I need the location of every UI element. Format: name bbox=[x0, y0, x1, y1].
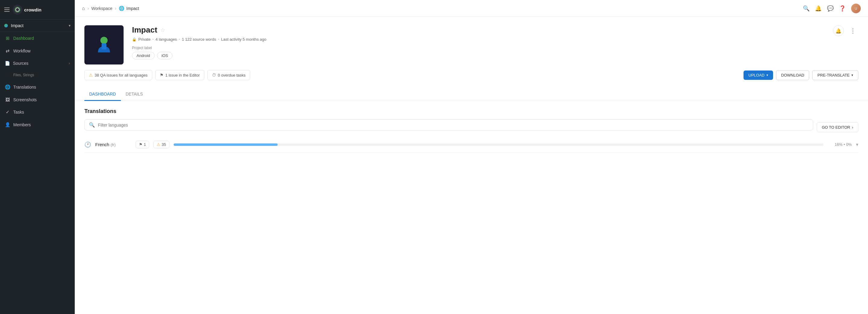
upload-arrow-icon: ▾ bbox=[767, 73, 768, 77]
project-bell-button[interactable]: 🔔 bbox=[833, 25, 844, 36]
project-meta: 🔒 Private • 4 languages • 1 122 source w… bbox=[132, 37, 825, 41]
project-title: Impact bbox=[132, 25, 157, 35]
qa-issues-button[interactable]: ⚠ 38 QA issues for all languages bbox=[84, 70, 152, 80]
translations-icon: 🌐 bbox=[5, 84, 10, 90]
sources-arrow-icon: › bbox=[69, 61, 70, 65]
sidebar-item-members[interactable]: 👤 Members bbox=[0, 119, 75, 131]
warning-icon: ⚠ bbox=[89, 73, 93, 77]
language-expand-icon[interactable]: ▾ bbox=[856, 142, 858, 147]
go-to-editor-label: GO TO EDITOR bbox=[822, 125, 850, 130]
screenshots-icon: 🖼 bbox=[5, 97, 10, 102]
language-progress-bar bbox=[174, 144, 824, 146]
sidebar-nav: ⊞ Dashboard ⇄ Workflow 📄 Sources › Files… bbox=[0, 32, 75, 131]
help-icon[interactable]: ❓ bbox=[839, 5, 846, 12]
language-progress-text: 16% • 0% bbox=[828, 142, 852, 147]
sidebar-item-label: Tasks bbox=[13, 110, 24, 115]
pretranslate-label: PRE-TRANSLATE bbox=[817, 73, 849, 77]
go-to-editor-button[interactable]: GO TO EDITOR › bbox=[817, 122, 858, 132]
star-icon[interactable]: ☆ bbox=[160, 27, 165, 33]
project-label-section: Project label Android iOS bbox=[132, 46, 825, 59]
sidebar-item-label: Translations bbox=[13, 85, 36, 90]
sidebar-item-label: Dashboard bbox=[13, 36, 34, 41]
language-progress-fill bbox=[174, 144, 278, 146]
sidebar-item-dashboard[interactable]: ⊞ Dashboard bbox=[0, 32, 75, 44]
project-header: Impact ☆ 🔒 Private • 4 languages • 1 122… bbox=[75, 17, 868, 64]
chat-icon[interactable]: 💬 bbox=[827, 5, 834, 12]
svg-point-1 bbox=[100, 37, 107, 44]
sidebar-project-name: Impact bbox=[11, 23, 24, 28]
language-flag-badge[interactable]: ⚑ 1 bbox=[135, 141, 149, 148]
upload-button[interactable]: UPLOAD ▾ bbox=[744, 70, 773, 80]
svg-point-0 bbox=[13, 5, 22, 14]
project-label-title: Project label bbox=[132, 46, 825, 50]
project-color-dot bbox=[4, 24, 8, 27]
sidebar-item-sources[interactable]: 📄 Sources › bbox=[0, 57, 75, 69]
dashboard-icon: ⊞ bbox=[5, 36, 10, 41]
sidebar-item-workflow[interactable]: ⇄ Workflow bbox=[0, 44, 75, 57]
tasks-icon: ✓ bbox=[5, 109, 10, 115]
upload-label: UPLOAD bbox=[748, 73, 764, 77]
language-name[interactable]: French (fr) bbox=[95, 142, 131, 147]
filter-bar: 🔍 bbox=[84, 119, 813, 130]
sidebar-header: crowdin bbox=[0, 0, 75, 20]
project-actions: ⚠ 38 QA issues for all languages ⚑ 1 iss… bbox=[75, 70, 868, 86]
tab-details[interactable]: DETAILS bbox=[121, 88, 148, 101]
go-to-editor-arrow-icon: › bbox=[852, 125, 853, 130]
pretranslate-button[interactable]: PRE-TRANSLATE ▾ bbox=[812, 70, 858, 80]
sidebar-item-label: Sources bbox=[13, 61, 28, 66]
project-logo bbox=[84, 25, 124, 64]
sources-sub-label: Files, Strings bbox=[13, 73, 34, 77]
main-content: ⌂ › Workspace › 🌐 Impact 🔍 🔔 💬 ❓ U bbox=[75, 0, 868, 314]
translations-section-title: Translations bbox=[84, 108, 858, 115]
project-selector[interactable]: Impact ▾ bbox=[0, 20, 75, 32]
project-header-right: 🔔 ⋮ bbox=[833, 25, 858, 36]
warning-badge-count: 35 bbox=[161, 142, 166, 147]
workspace-link[interactable]: Workspace bbox=[91, 6, 113, 11]
editor-issue-button[interactable]: ⚑ 1 issue in the Editor bbox=[155, 70, 204, 80]
sidebar-item-sources-sub: Files, Strings bbox=[0, 69, 75, 81]
project-source-words: 1 122 source words bbox=[182, 37, 216, 41]
crowdin-logo: crowdin bbox=[13, 5, 41, 14]
sidebar-item-label: Members bbox=[13, 122, 31, 127]
search-icon[interactable]: 🔍 bbox=[803, 5, 809, 12]
language-code: (fr) bbox=[111, 143, 116, 147]
filter-languages-input[interactable] bbox=[98, 123, 809, 127]
language-clock-icon: 🕐 bbox=[84, 141, 91, 148]
tag-ios: iOS bbox=[157, 52, 173, 59]
chevron-down-icon: ▾ bbox=[69, 24, 70, 28]
download-button[interactable]: DOWNLOAD bbox=[776, 70, 809, 80]
tab-dashboard[interactable]: DASHBOARD bbox=[84, 88, 121, 101]
workflow-icon: ⇄ bbox=[5, 48, 10, 54]
topbar-right: 🔍 🔔 💬 ❓ U bbox=[803, 4, 861, 13]
breadcrumb-sep-1: › bbox=[87, 6, 89, 11]
pretranslate-arrow-icon: ▾ bbox=[851, 73, 853, 77]
clock-icon: ⏱ bbox=[212, 73, 216, 77]
sidebar-item-translations[interactable]: 🌐 Translations bbox=[0, 81, 75, 93]
hamburger-menu[interactable] bbox=[4, 7, 10, 12]
editor-issue-label: 1 issue in the Editor bbox=[165, 73, 200, 77]
project-info: Impact ☆ 🔒 Private • 4 languages • 1 122… bbox=[132, 25, 825, 63]
action-buttons: UPLOAD ▾ DOWNLOAD PRE-TRANSLATE ▾ bbox=[744, 70, 858, 80]
project-globe-icon: 🌐 bbox=[119, 6, 124, 11]
project-more-button[interactable]: ⋮ bbox=[847, 25, 858, 36]
project-visibility: Private bbox=[138, 37, 150, 41]
current-project: 🌐 Impact bbox=[119, 6, 139, 11]
user-avatar[interactable]: U bbox=[851, 4, 861, 13]
filter-row: 🔍 GO TO EDITOR › bbox=[84, 119, 858, 135]
flag-badge-count: 1 bbox=[144, 142, 146, 147]
flag-icon: ⚑ bbox=[160, 73, 164, 77]
sidebar-item-screenshots[interactable]: 🖼 Screenshots bbox=[0, 93, 75, 106]
sidebar-item-tasks[interactable]: ✓ Tasks bbox=[0, 106, 75, 119]
notification-bell-icon[interactable]: 🔔 bbox=[815, 5, 822, 12]
tag-android: Android bbox=[132, 52, 155, 59]
breadcrumb-sep-2: › bbox=[115, 6, 116, 11]
filter-search-icon: 🔍 bbox=[89, 122, 95, 128]
avatar-initials: U bbox=[855, 7, 857, 10]
language-warning-badge[interactable]: ⚠ 35 bbox=[153, 141, 169, 148]
home-icon[interactable]: ⌂ bbox=[82, 6, 85, 11]
crowdin-logo-text: crowdin bbox=[24, 7, 41, 12]
download-label: DOWNLOAD bbox=[781, 73, 804, 77]
overdue-button[interactable]: ⏱ 0 overdue tasks bbox=[207, 70, 250, 80]
sidebar-item-label: Screenshots bbox=[13, 97, 37, 102]
project-last-activity: Last activity 5 months ago bbox=[221, 37, 266, 41]
